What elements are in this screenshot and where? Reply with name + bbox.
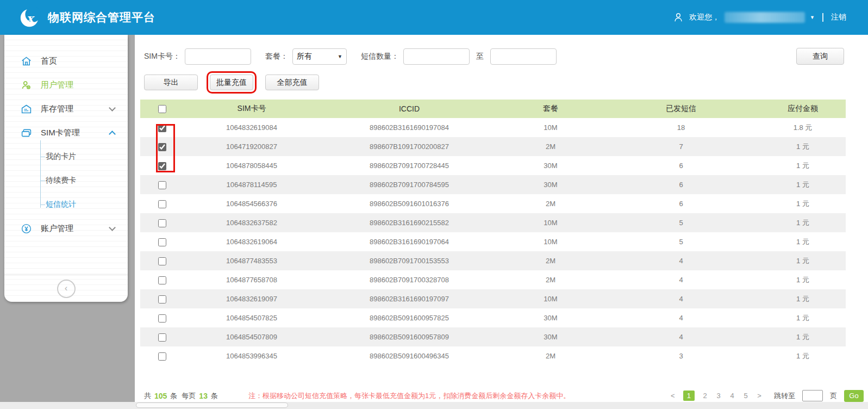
sidebar-item-my-cards[interactable]: 我的卡片 [40, 145, 128, 169]
prev-page-button[interactable]: < [670, 392, 676, 400]
jump-page-input[interactable] [802, 390, 823, 401]
cell-plan: 10M [499, 213, 602, 232]
row-checkbox[interactable] [158, 143, 166, 151]
sidebar: 首页 用户管理 [4, 35, 128, 302]
sidebar-collapse-button[interactable]: ‹ [57, 280, 76, 298]
sim-card-table: SIM卡号 ICCID 套餐 已发短信 应付金额 1064832619084 8… [140, 100, 846, 365]
row-checkbox[interactable] [158, 219, 166, 227]
sidebar-item-sms-statistics[interactable]: 短信统计 [40, 193, 128, 216]
main-content: SIM卡号： 套餐： 所有 ▼ 短信数量： 至 查询 导出 批量充值 全部充值 [135, 35, 868, 402]
cell-amount: 1 元 [760, 213, 846, 232]
cell-sms: 4 [602, 327, 760, 346]
logout-button[interactable]: 注销 [831, 13, 846, 22]
table-row: 1064853996345 898602B5091600496345 2M 3 … [140, 346, 846, 365]
sim-number-label: SIM卡号： [144, 52, 180, 61]
cell-sim: 1064878058445 [184, 156, 320, 175]
row-checkbox[interactable] [158, 200, 166, 208]
cell-plan: 30M [499, 156, 602, 175]
recharge-note: 注：根据移动公司短信充值策略，每张卡最低充值金额为1元，扣除消费金额后剩余金额存… [248, 391, 570, 401]
pagination: < 1 2 3 4 5 > 跳转至 页 Go [670, 390, 864, 402]
scrollbar-thumb[interactable] [136, 402, 288, 408]
plan-select-value: 所有 [297, 52, 312, 61]
per-page-prefix: 每页 [182, 391, 196, 401]
cell-sms: 7 [602, 137, 760, 156]
batch-recharge-button[interactable]: 批量充值 [210, 75, 253, 90]
per-page-unit: 条 [211, 391, 218, 401]
row-checkbox[interactable] [158, 352, 166, 361]
sim-card-table-wrap: SIM卡号 ICCID 套餐 已发短信 应付金额 1064832619084 8… [140, 100, 846, 365]
header-divider [822, 13, 823, 22]
row-checkbox[interactable] [158, 181, 166, 189]
cell-iccid: 898602B7091700728445 [320, 156, 499, 175]
recharge-all-button[interactable]: 全部充值 [265, 75, 319, 90]
cell-amount: 1 元 [760, 289, 846, 308]
table-row: 1064877658708 898602B7091700328708 2M 4 … [140, 270, 846, 289]
row-checkbox[interactable] [158, 238, 166, 246]
table-header-row: SIM卡号 ICCID 套餐 已发短信 应付金额 [140, 100, 846, 118]
col-header-plan: 套餐 [499, 100, 602, 118]
header-checkbox-cell [140, 100, 184, 118]
home-icon [21, 55, 32, 67]
cell-sim: 1064854507809 [184, 327, 320, 346]
sidebar-item-account-management[interactable]: 账户管理 [4, 216, 128, 240]
cell-iccid: 898602B7091700784595 [320, 175, 499, 194]
sidebar-item-home[interactable]: 首页 [4, 49, 128, 73]
warehouse-icon [21, 103, 32, 115]
cell-plan: 2M [499, 270, 602, 289]
sidebar-item-user-management[interactable]: 用户管理 [4, 73, 128, 97]
cell-amount: 1 元 [760, 327, 846, 346]
user-menu-caret-icon[interactable]: ▼ [810, 15, 815, 20]
row-checkbox[interactable] [158, 333, 166, 342]
sim-number-input[interactable] [185, 48, 251, 65]
export-button[interactable]: 导出 [144, 75, 198, 90]
page-button-5[interactable]: 5 [742, 392, 749, 400]
cell-amount: 1 元 [760, 308, 846, 327]
cell-sim: 1064853996345 [184, 346, 320, 365]
sidebar-item-inventory-management[interactable]: 库存管理 [4, 97, 128, 121]
cell-plan: 2M [499, 346, 602, 365]
cell-sms: 5 [602, 213, 760, 232]
yuan-icon [21, 223, 32, 234]
select-caret-icon: ▼ [338, 54, 342, 59]
query-button[interactable]: 查询 [796, 48, 844, 65]
plan-label: 套餐： [265, 52, 288, 61]
chevron-down-icon [109, 104, 116, 111]
cell-amount: 1 元 [760, 270, 846, 289]
row-checkbox[interactable] [158, 276, 166, 284]
total-count: 105 [154, 392, 167, 400]
sms-count-max-input[interactable] [490, 48, 557, 65]
page-button-2[interactable]: 2 [702, 392, 708, 400]
select-all-checkbox[interactable] [158, 105, 166, 113]
sim-cards-icon [21, 127, 32, 139]
cell-sim: 1064878114595 [184, 175, 320, 194]
cell-amount: 1 元 [760, 194, 846, 213]
cell-sms: 6 [602, 175, 760, 194]
cell-iccid: 898602B3161690197097 [320, 289, 499, 308]
cell-iccid: 898602B3161690197084 [320, 118, 499, 137]
cell-plan: 30M [499, 327, 602, 346]
plan-select[interactable]: 所有 ▼ [292, 48, 347, 65]
sms-count-min-input[interactable] [403, 48, 470, 65]
table-row: 1064877483553 898602B7091700153553 2M 4 … [140, 251, 846, 270]
page-button-1[interactable]: 1 [683, 391, 695, 401]
row-checkbox[interactable] [158, 314, 166, 323]
sms-count-label: 短信数量： [361, 52, 399, 61]
sidebar-item-cards-to-renew[interactable]: 待续费卡 [40, 169, 128, 193]
row-checkbox[interactable] [158, 257, 166, 265]
row-checkbox[interactable] [158, 124, 166, 132]
cell-sim: 1064832619084 [184, 118, 320, 137]
page-button-3[interactable]: 3 [715, 392, 722, 400]
cell-iccid: 898602B7091700328708 [320, 270, 499, 289]
row-checkbox[interactable] [158, 295, 166, 303]
go-button[interactable]: Go [844, 390, 864, 402]
row-checkbox[interactable] [158, 162, 166, 170]
page-button-4[interactable]: 4 [729, 392, 735, 400]
col-header-amount: 应付金额 [760, 100, 846, 118]
page-unit-label: 页 [830, 391, 837, 401]
next-page-button[interactable]: > [756, 392, 763, 400]
cell-iccid: 898607B1091700200827 [320, 137, 499, 156]
sidebar-item-sim-management[interactable]: SIM卡管理 [4, 121, 128, 145]
col-header-sms-sent: 已发短信 [602, 100, 760, 118]
cell-plan: 10M [499, 289, 602, 308]
cell-sms: 4 [602, 308, 760, 327]
